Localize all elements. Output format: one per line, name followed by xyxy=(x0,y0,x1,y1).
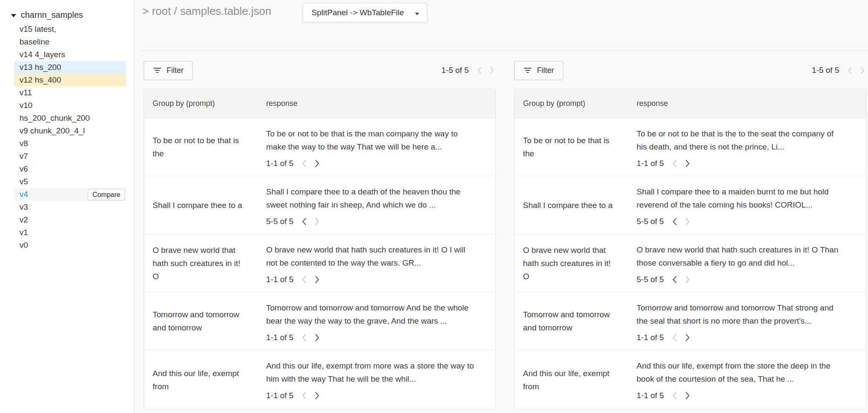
artifact-file-viewer: charnn_samples v15 latest, baseline v14 … xyxy=(0,0,868,413)
version-label: v0 xyxy=(19,239,28,252)
sidebar-item-hs-200-chunk-200[interactable]: hs_200_chunk_200 xyxy=(14,112,126,125)
chevron-right-icon[interactable] xyxy=(860,67,865,74)
row-pagination-label: 5-5 of 5 xyxy=(637,273,664,286)
column-header-response[interactable]: response xyxy=(266,99,495,108)
sidebar-item-v15[interactable]: v15 latest, baseline xyxy=(14,23,126,48)
row-pagination: 1-1 of 5 xyxy=(637,157,866,170)
table-row: O brave new world that hath such creatur… xyxy=(515,234,866,292)
chevron-left-icon[interactable] xyxy=(302,276,306,283)
version-label: v5 xyxy=(19,175,28,188)
sidebar-item-v13[interactable]: v13 hs_200 xyxy=(14,61,126,74)
filter-button[interactable]: Filter xyxy=(514,61,563,80)
chevron-right-icon[interactable] xyxy=(315,334,320,341)
panel-right: Filter 1-5 of 5 Group by (prompt) respon… xyxy=(514,0,866,413)
chevron-left-icon[interactable] xyxy=(302,334,306,341)
chevron-right-icon[interactable] xyxy=(685,334,690,341)
prompt-cell: Shall I compare thee to a xyxy=(144,176,266,234)
table-toolbar: Filter 1-5 of 5 xyxy=(144,61,496,80)
chevron-left-icon[interactable] xyxy=(302,160,306,167)
sidebar-item-v4[interactable]: v4 Compare xyxy=(14,188,126,201)
top-pagination: 1-5 of 5 xyxy=(812,66,866,75)
table-row: O brave new world that hath such creatur… xyxy=(144,234,495,292)
version-label: v9 chunk_200_4_l xyxy=(19,125,85,137)
prompt-text: Tomorrow and tomorrow and tomorrow xyxy=(153,308,242,334)
response-text: And this our life, exempt from the store… xyxy=(637,359,844,385)
chevron-right-icon[interactable] xyxy=(685,160,690,167)
row-pagination: 1-1 of 5 xyxy=(266,331,495,344)
chevron-left-icon[interactable] xyxy=(302,218,306,225)
compare-button[interactable]: Compare xyxy=(88,189,125,200)
filter-button[interactable]: Filter xyxy=(144,61,193,80)
sidebar-item-v0[interactable]: v0 xyxy=(14,239,126,252)
sidebar-item-v7[interactable]: v7 xyxy=(14,150,126,163)
version-label: v10 xyxy=(19,99,33,112)
version-label: v7 xyxy=(19,150,28,163)
filter-icon xyxy=(523,68,531,73)
column-header-group-by[interactable]: Group by (prompt) xyxy=(515,99,637,108)
panel-left: Filter 1-5 of 5 Group by (prompt) respon… xyxy=(144,0,496,413)
table-row: To be or not to be that is the To be or … xyxy=(144,118,495,176)
collapse-caret-icon[interactable] xyxy=(11,14,16,17)
sidebar-item-v8[interactable]: v8 xyxy=(14,137,126,150)
sidebar-item-v3[interactable]: v3 xyxy=(14,201,126,213)
chevron-right-icon[interactable] xyxy=(315,160,320,167)
pagination-label: 1-5 of 5 xyxy=(812,66,839,75)
column-header-response[interactable]: response xyxy=(637,99,866,108)
row-pagination: 1-1 of 5 xyxy=(266,157,495,170)
column-header-group-by[interactable]: Group by (prompt) xyxy=(144,99,266,108)
chevron-left-icon[interactable] xyxy=(302,392,306,399)
table-row: To be or not to be that is the To be or … xyxy=(515,118,866,176)
sidebar-item-v2[interactable]: v2 xyxy=(14,213,126,226)
chevron-left-icon[interactable] xyxy=(672,160,677,167)
response-cell: Tomorrow and tomorrow and tomorrow That … xyxy=(637,292,866,350)
chevron-right-icon[interactable] xyxy=(685,218,690,225)
artifact-root[interactable]: charnn_samples xyxy=(0,0,134,23)
results-table: Group by (prompt) response To be or not … xyxy=(144,89,496,410)
response-cell: Shall I compare thee to a death of the h… xyxy=(266,176,495,234)
results-table: Group by (prompt) response To be or not … xyxy=(514,89,866,410)
chevron-right-icon[interactable] xyxy=(685,392,690,399)
version-label: v8 xyxy=(19,137,28,150)
sidebar-item-v11[interactable]: v11 xyxy=(14,86,126,99)
chevron-left-icon[interactable] xyxy=(672,334,677,341)
table-row: Tomorrow and tomorrow and tomorrow Tomor… xyxy=(144,292,495,350)
chevron-left-icon[interactable] xyxy=(672,276,677,283)
row-pagination: 1-1 of 5 xyxy=(266,389,495,402)
sidebar-item-v9[interactable]: v9 chunk_200_4_l xyxy=(14,125,126,137)
prompt-text: Tomorrow and tomorrow and tomorrow xyxy=(523,308,613,334)
prompt-cell: Shall I compare thee to a xyxy=(515,176,637,234)
top-pagination: 1-5 of 5 xyxy=(442,66,496,75)
version-label: v4 xyxy=(19,188,28,201)
row-pagination-label: 1-1 of 5 xyxy=(266,273,293,286)
row-pagination-label: 5-5 of 5 xyxy=(637,215,664,228)
chevron-right-icon[interactable] xyxy=(685,276,690,283)
sidebar-item-v5[interactable]: v5 xyxy=(14,175,126,188)
chevron-left-icon[interactable] xyxy=(672,218,677,225)
prompt-cell: To be or not to be that is the xyxy=(515,118,637,176)
version-list: v15 latest, baseline v14 4_layers v13 hs… xyxy=(0,23,134,252)
row-pagination: 1-1 of 5 xyxy=(637,389,866,402)
chevron-right-icon[interactable] xyxy=(315,276,320,283)
sidebar-item-v14[interactable]: v14 4_layers xyxy=(14,48,126,61)
sidebar-item-v10[interactable]: v10 xyxy=(14,99,126,112)
sidebar-item-v12[interactable]: v12 hs_400 xyxy=(14,74,126,86)
version-label: v13 hs_200 xyxy=(19,61,61,74)
version-label: v15 latest, baseline xyxy=(19,23,67,48)
response-text: To be or not to be that is the man compa… xyxy=(266,127,474,153)
chevron-left-icon[interactable] xyxy=(848,67,852,74)
row-pagination: 5-5 of 5 xyxy=(266,215,495,228)
chevron-right-icon[interactable] xyxy=(315,392,320,399)
chevron-left-icon[interactable] xyxy=(477,67,481,74)
sidebar-item-v6[interactable]: v6 xyxy=(14,163,126,175)
response-text: O brave new world that hath such creatur… xyxy=(266,243,474,269)
chevron-right-icon[interactable] xyxy=(315,218,320,225)
version-label: v2 xyxy=(19,213,28,226)
artifact-sidebar: charnn_samples v15 latest, baseline v14 … xyxy=(0,0,135,413)
chevron-right-icon[interactable] xyxy=(490,67,494,74)
table-header: Group by (prompt) response xyxy=(515,89,866,118)
sidebar-item-v1[interactable]: v1 xyxy=(14,226,126,239)
pagination-label: 1-5 of 5 xyxy=(442,66,469,75)
prompt-text: Shall I compare thee to a xyxy=(153,199,242,212)
response-text: Shall I compare thee to a maiden burnt t… xyxy=(637,185,844,211)
chevron-left-icon[interactable] xyxy=(672,392,677,399)
